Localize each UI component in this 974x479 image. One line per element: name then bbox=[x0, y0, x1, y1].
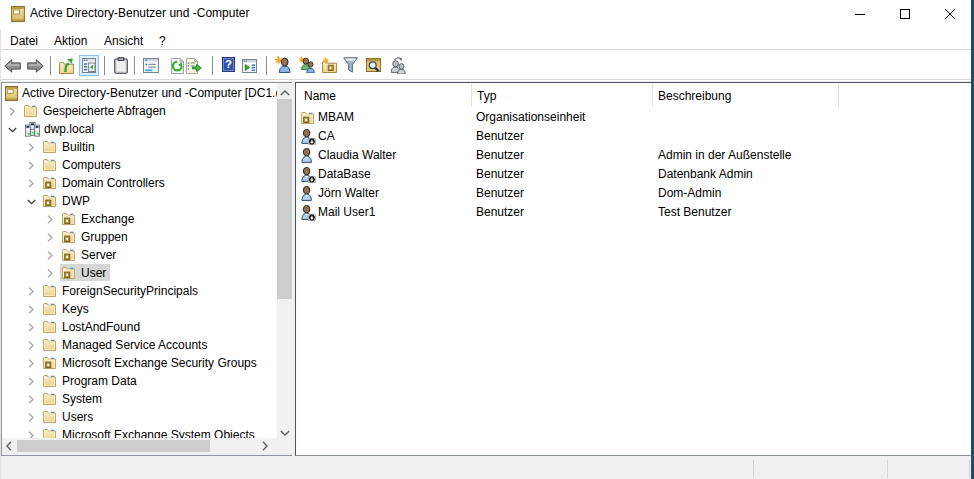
svg-text:?: ? bbox=[225, 58, 232, 70]
